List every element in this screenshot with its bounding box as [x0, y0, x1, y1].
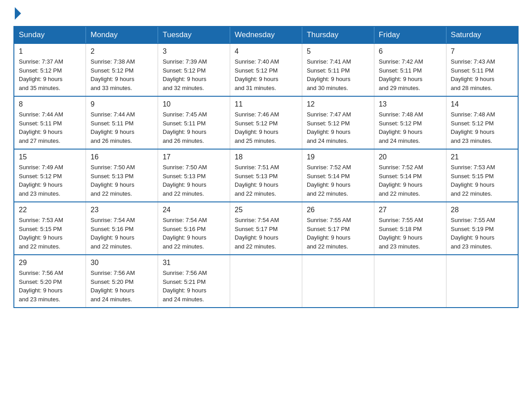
day-info: Sunrise: 7:38 AMSunset: 5:12 PMDaylight:… — [90, 57, 153, 92]
day-number: 4 — [235, 47, 297, 56]
day-info: Sunrise: 7:52 AMSunset: 5:14 PMDaylight:… — [307, 163, 369, 198]
logo-arrow-icon — [15, 7, 21, 20]
day-number: 11 — [235, 100, 297, 108]
day-number: 6 — [379, 47, 442, 56]
header-monday: Monday — [86, 26, 158, 43]
day-number: 17 — [163, 153, 225, 161]
header-tuesday: Tuesday — [158, 26, 230, 43]
day-number: 3 — [163, 47, 225, 56]
day-number: 20 — [379, 153, 442, 161]
calendar-week-row: 1 Sunrise: 7:37 AMSunset: 5:12 PMDayligh… — [14, 43, 518, 96]
day-info: Sunrise: 7:53 AMSunset: 5:15 PMDaylight:… — [451, 163, 513, 198]
day-number: 1 — [19, 47, 81, 56]
header-friday: Friday — [374, 26, 446, 43]
day-number: 24 — [163, 206, 225, 214]
calendar-cell: 4 Sunrise: 7:40 AMSunset: 5:12 PMDayligh… — [230, 43, 302, 96]
calendar-cell — [302, 255, 374, 308]
day-number: 21 — [451, 153, 513, 161]
day-info: Sunrise: 7:47 AMSunset: 5:12 PMDaylight:… — [307, 110, 369, 145]
day-number: 14 — [451, 100, 513, 108]
day-number: 5 — [307, 47, 369, 56]
day-info: Sunrise: 7:41 AMSunset: 5:11 PMDaylight:… — [307, 57, 369, 92]
calendar-cell: 17 Sunrise: 7:50 AMSunset: 5:13 PMDaylig… — [158, 149, 230, 202]
calendar-cell: 3 Sunrise: 7:39 AMSunset: 5:12 PMDayligh… — [158, 43, 230, 96]
calendar-header-row: SundayMondayTuesdayWednesdayThursdayFrid… — [14, 26, 518, 43]
day-info: Sunrise: 7:50 AMSunset: 5:13 PMDaylight:… — [163, 163, 225, 198]
calendar-cell: 2 Sunrise: 7:38 AMSunset: 5:12 PMDayligh… — [86, 43, 158, 96]
day-number: 8 — [19, 100, 81, 108]
day-number: 31 — [163, 259, 225, 267]
day-info: Sunrise: 7:49 AMSunset: 5:12 PMDaylight:… — [19, 163, 81, 198]
calendar-cell — [374, 255, 446, 308]
calendar-cell: 13 Sunrise: 7:48 AMSunset: 5:12 PMDaylig… — [374, 96, 446, 149]
calendar-cell: 31 Sunrise: 7:56 AMSunset: 5:21 PMDaylig… — [158, 255, 230, 308]
calendar-cell: 6 Sunrise: 7:42 AMSunset: 5:11 PMDayligh… — [374, 43, 446, 96]
header-wednesday: Wednesday — [230, 26, 302, 43]
day-info: Sunrise: 7:54 AMSunset: 5:17 PMDaylight:… — [235, 216, 297, 251]
day-number: 23 — [90, 206, 153, 214]
day-number: 30 — [90, 259, 153, 267]
day-info: Sunrise: 7:56 AMSunset: 5:20 PMDaylight:… — [90, 269, 153, 304]
calendar-cell: 25 Sunrise: 7:54 AMSunset: 5:17 PMDaylig… — [230, 202, 302, 255]
calendar-cell: 16 Sunrise: 7:50 AMSunset: 5:13 PMDaylig… — [86, 149, 158, 202]
calendar-cell: 10 Sunrise: 7:45 AMSunset: 5:11 PMDaylig… — [158, 96, 230, 149]
day-info: Sunrise: 7:45 AMSunset: 5:11 PMDaylight:… — [163, 110, 225, 145]
day-number: 15 — [19, 153, 81, 161]
day-number: 2 — [90, 47, 153, 56]
day-number: 25 — [235, 206, 297, 214]
calendar-cell: 22 Sunrise: 7:53 AMSunset: 5:15 PMDaylig… — [14, 202, 86, 255]
calendar-week-row: 29 Sunrise: 7:56 AMSunset: 5:20 PMDaylig… — [14, 255, 518, 308]
calendar-cell: 7 Sunrise: 7:43 AMSunset: 5:11 PMDayligh… — [446, 43, 518, 96]
calendar-cell: 14 Sunrise: 7:48 AMSunset: 5:12 PMDaylig… — [446, 96, 518, 149]
day-info: Sunrise: 7:44 AMSunset: 5:11 PMDaylight:… — [90, 110, 153, 145]
day-info: Sunrise: 7:48 AMSunset: 5:12 PMDaylight:… — [451, 110, 513, 145]
calendar-table: SundayMondayTuesdayWednesdayThursdayFrid… — [13, 26, 519, 308]
calendar-cell: 24 Sunrise: 7:54 AMSunset: 5:16 PMDaylig… — [158, 202, 230, 255]
calendar-cell: 21 Sunrise: 7:53 AMSunset: 5:15 PMDaylig… — [446, 149, 518, 202]
day-number: 7 — [451, 47, 513, 56]
calendar-cell: 20 Sunrise: 7:52 AMSunset: 5:14 PMDaylig… — [374, 149, 446, 202]
header-sunday: Sunday — [14, 26, 86, 43]
day-info: Sunrise: 7:40 AMSunset: 5:12 PMDaylight:… — [235, 57, 297, 92]
calendar-cell: 12 Sunrise: 7:47 AMSunset: 5:12 PMDaylig… — [302, 96, 374, 149]
day-number: 28 — [451, 206, 513, 214]
day-info: Sunrise: 7:55 AMSunset: 5:17 PMDaylight:… — [307, 216, 369, 251]
logo — [13, 9, 21, 17]
day-info: Sunrise: 7:42 AMSunset: 5:11 PMDaylight:… — [379, 57, 442, 92]
day-info: Sunrise: 7:44 AMSunset: 5:11 PMDaylight:… — [19, 110, 81, 145]
day-number: 9 — [90, 100, 153, 108]
header-saturday: Saturday — [446, 26, 518, 43]
day-number: 27 — [379, 206, 442, 214]
calendar-week-row: 22 Sunrise: 7:53 AMSunset: 5:15 PMDaylig… — [14, 202, 518, 255]
day-number: 19 — [307, 153, 369, 161]
calendar-cell: 30 Sunrise: 7:56 AMSunset: 5:20 PMDaylig… — [86, 255, 158, 308]
day-info: Sunrise: 7:37 AMSunset: 5:12 PMDaylight:… — [19, 57, 81, 92]
day-number: 26 — [307, 206, 369, 214]
day-number: 10 — [163, 100, 225, 108]
day-info: Sunrise: 7:54 AMSunset: 5:16 PMDaylight:… — [90, 216, 153, 251]
calendar-cell: 8 Sunrise: 7:44 AMSunset: 5:11 PMDayligh… — [14, 96, 86, 149]
calendar-cell: 5 Sunrise: 7:41 AMSunset: 5:11 PMDayligh… — [302, 43, 374, 96]
day-info: Sunrise: 7:53 AMSunset: 5:15 PMDaylight:… — [19, 216, 81, 251]
day-info: Sunrise: 7:55 AMSunset: 5:18 PMDaylight:… — [379, 216, 442, 251]
day-info: Sunrise: 7:56 AMSunset: 5:20 PMDaylight:… — [19, 269, 81, 304]
calendar-week-row: 15 Sunrise: 7:49 AMSunset: 5:12 PMDaylig… — [14, 149, 518, 202]
day-number: 12 — [307, 100, 369, 108]
calendar-cell: 18 Sunrise: 7:51 AMSunset: 5:13 PMDaylig… — [230, 149, 302, 202]
calendar-cell — [230, 255, 302, 308]
day-info: Sunrise: 7:48 AMSunset: 5:12 PMDaylight:… — [379, 110, 442, 145]
day-number: 29 — [19, 259, 81, 267]
page-header — [13, 9, 519, 17]
calendar-cell: 19 Sunrise: 7:52 AMSunset: 5:14 PMDaylig… — [302, 149, 374, 202]
calendar-cell: 27 Sunrise: 7:55 AMSunset: 5:18 PMDaylig… — [374, 202, 446, 255]
day-info: Sunrise: 7:56 AMSunset: 5:21 PMDaylight:… — [163, 269, 225, 304]
calendar-cell: 1 Sunrise: 7:37 AMSunset: 5:12 PMDayligh… — [14, 43, 86, 96]
header-thursday: Thursday — [302, 26, 374, 43]
day-info: Sunrise: 7:55 AMSunset: 5:19 PMDaylight:… — [451, 216, 513, 251]
day-number: 13 — [379, 100, 442, 108]
calendar-cell — [446, 255, 518, 308]
calendar-cell: 29 Sunrise: 7:56 AMSunset: 5:20 PMDaylig… — [14, 255, 86, 308]
day-number: 16 — [90, 153, 153, 161]
calendar-week-row: 8 Sunrise: 7:44 AMSunset: 5:11 PMDayligh… — [14, 96, 518, 149]
calendar-cell: 28 Sunrise: 7:55 AMSunset: 5:19 PMDaylig… — [446, 202, 518, 255]
